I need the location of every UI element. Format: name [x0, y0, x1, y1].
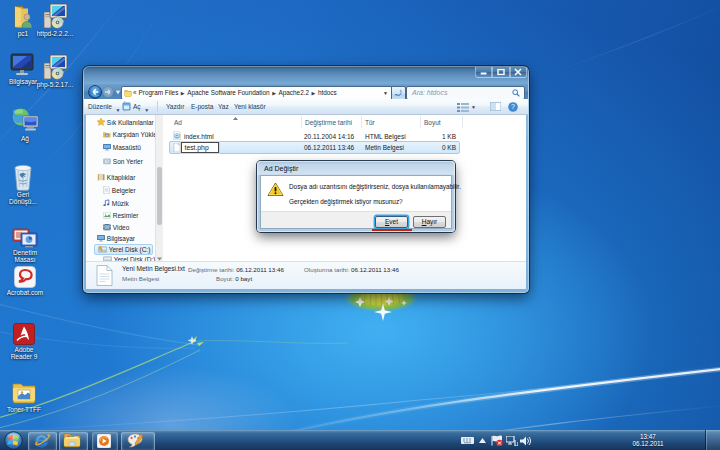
- svg-text:?: ?: [511, 103, 515, 110]
